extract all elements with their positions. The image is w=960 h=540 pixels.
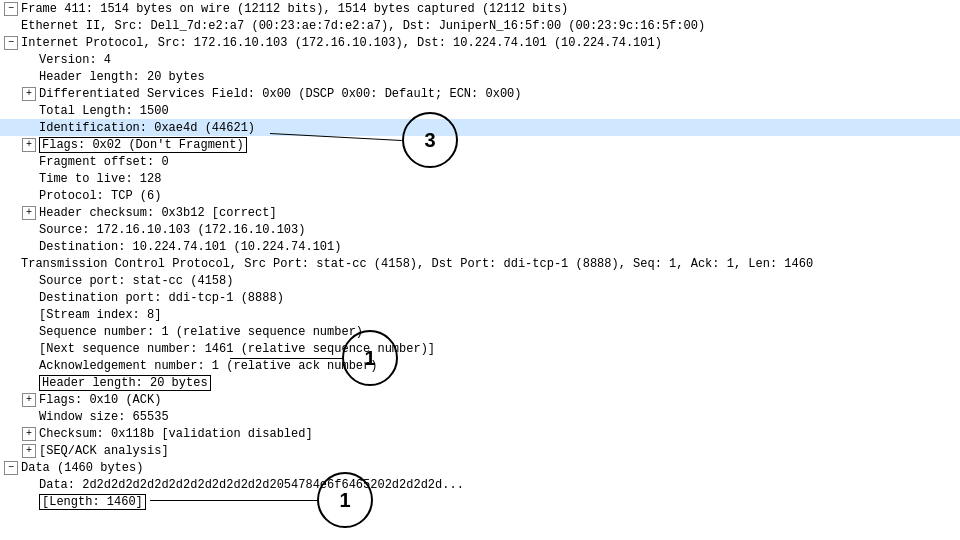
packet-line-dataval[interactable]: Data: 2d2d2d2d2d2d2d2d2d2d2d2d2d2054784e… [0,476,960,493]
expand-icon[interactable]: + [22,206,36,220]
packet-line-src[interactable]: Source: 172.16.10.103 (172.16.10.103) [0,221,960,238]
line-text: Identification: 0xae4d (44621) [39,121,255,135]
packet-line-dport[interactable]: Destination port: ddi-tcp-1 (8888) [0,289,960,306]
line-text: Internet Protocol, Src: 172.16.10.103 (1… [21,36,662,50]
line-text: Flags: 0x10 (ACK) [39,393,161,407]
packet-line-ethernet[interactable]: Ethernet II, Src: Dell_7d:e2:a7 (00:23:a… [0,17,960,34]
line-text: Protocol: TCP (6) [39,189,161,203]
line-text: [Stream index: 8] [39,308,161,322]
expand-icon[interactable]: − [4,36,18,50]
packet-line-tcpflags[interactable]: +Flags: 0x10 (ACK) [0,391,960,408]
packet-line-seq[interactable]: Sequence number: 1 (relative sequence nu… [0,323,960,340]
line-text: Header checksum: 0x3b12 [correct] [39,206,277,220]
line-text: Sequence number: 1 (relative sequence nu… [39,325,363,339]
line-text: Time to live: 128 [39,172,161,186]
expand-icon[interactable]: + [22,138,36,152]
packet-line-winsize[interactable]: Window size: 65535 [0,408,960,425]
packet-line-proto[interactable]: Protocol: TCP (6) [0,187,960,204]
line-text: [SEQ/ACK analysis] [39,444,169,458]
line-text: Destination port: ddi-tcp-1 (8888) [39,291,284,305]
packet-line-datalen[interactable]: [Length: 1460] [0,493,960,510]
line-text: Frame 411: 1514 bytes on wire (12112 bit… [21,2,568,16]
line-text: Header length: 20 bytes [39,375,211,391]
expand-icon[interactable]: + [22,393,36,407]
expand-icon[interactable]: + [22,427,36,441]
line-text: Acknowledgement number: 1 (relative ack … [39,359,377,373]
packet-line-stream[interactable]: [Stream index: 8] [0,306,960,323]
packet-line-tcpchksum[interactable]: +Checksum: 0x118b [validation disabled] [0,425,960,442]
line-text: Ethernet II, Src: Dell_7d:e2:a7 (00:23:a… [21,19,705,33]
annotation-circle-ann3: 3 [402,112,458,168]
packet-line-dsfield[interactable]: +Differentiated Services Field: 0x00 (DS… [0,85,960,102]
expand-icon[interactable]: − [4,2,18,16]
line-text: Destination: 10.224.74.101 (10.224.74.10… [39,240,341,254]
packet-line-tcp[interactable]: Transmission Control Protocol, Src Port:… [0,255,960,272]
packet-line-ident[interactable]: Identification: 0xae4d (44621) [0,119,960,136]
packet-line-ttl[interactable]: Time to live: 128 [0,170,960,187]
line-text: Checksum: 0x118b [validation disabled] [39,427,313,441]
packet-line-totlen[interactable]: Total Length: 1500 [0,102,960,119]
line-text: Flags: 0x02 (Don't Fragment) [39,137,247,153]
packet-line-chksum[interactable]: +Header checksum: 0x3b12 [correct] [0,204,960,221]
packet-line-tcphdrlen[interactable]: Header length: 20 bytes [0,374,960,391]
line-text: Window size: 65535 [39,410,169,424]
line-text: [Length: 1460] [39,494,146,510]
packet-line-frame[interactable]: −Frame 411: 1514 bytes on wire (12112 bi… [0,0,960,17]
line-text: Data: 2d2d2d2d2d2d2d2d2d2d2d2d2d2054784e… [39,478,464,492]
packet-tree: −Frame 411: 1514 bytes on wire (12112 bi… [0,0,960,540]
line-text: Fragment offset: 0 [39,155,169,169]
packet-line-dst[interactable]: Destination: 10.224.74.101 (10.224.74.10… [0,238,960,255]
ann-line-1b [150,500,317,501]
line-text: Total Length: 1500 [39,104,169,118]
packet-line-seqack[interactable]: +[SEQ/ACK analysis] [0,442,960,459]
packet-line-version[interactable]: Version: 4 [0,51,960,68]
packet-line-data[interactable]: −Data (1460 bytes) [0,459,960,476]
packet-line-flags[interactable]: +Flags: 0x02 (Don't Fragment) [0,136,960,153]
packet-line-fragoff[interactable]: Fragment offset: 0 [0,153,960,170]
expand-icon[interactable]: − [4,461,18,475]
line-text: Source: 172.16.10.103 (172.16.10.103) [39,223,305,237]
line-text: Source port: stat-cc (4158) [39,274,233,288]
expand-icon[interactable]: + [22,87,36,101]
line-text: Header length: 20 bytes [39,70,205,84]
line-text: Transmission Control Protocol, Src Port:… [21,257,813,271]
packet-line-ack[interactable]: Acknowledgement number: 1 (relative ack … [0,357,960,374]
packet-line-nextseq[interactable]: [Next sequence number: 1461 (relative se… [0,340,960,357]
line-text: Data (1460 bytes) [21,461,143,475]
ann-line-1a [230,358,342,359]
packet-line-ip[interactable]: −Internet Protocol, Src: 172.16.10.103 (… [0,34,960,51]
annotation-circle-ann1b: 1 [317,472,373,528]
packet-line-hdrlen[interactable]: Header length: 20 bytes [0,68,960,85]
annotation-circle-ann1a: 1 [342,330,398,386]
line-text: Differentiated Services Field: 0x00 (DSC… [39,87,521,101]
packet-line-sport[interactable]: Source port: stat-cc (4158) [0,272,960,289]
expand-icon[interactable]: + [22,444,36,458]
line-text: Version: 4 [39,53,111,67]
